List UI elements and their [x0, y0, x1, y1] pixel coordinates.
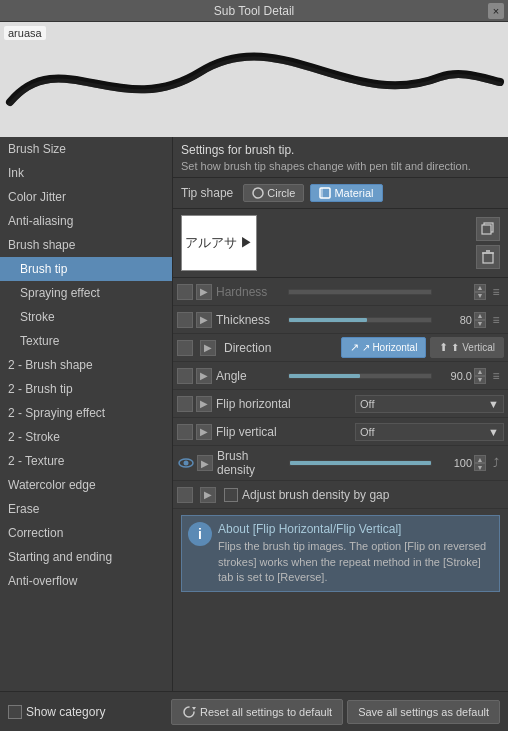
sidebar-item-erase[interactable]: Erase — [0, 497, 172, 521]
title-bar: Sub Tool Detail × — [0, 0, 508, 22]
sidebar-item-2-texture[interactable]: 2 - Texture — [0, 449, 172, 473]
tip-copy-btn[interactable] — [476, 217, 500, 241]
thickness-options-icon[interactable]: ≡ — [488, 312, 504, 328]
sidebar-item-2-spraying-effect[interactable]: 2 - Spraying effect — [0, 401, 172, 425]
tip-image-area: アルアサ ▶ — [173, 209, 508, 278]
sidebar-item-anti-overflow[interactable]: Anti-overflow — [0, 569, 172, 593]
angle-slider[interactable] — [288, 368, 432, 384]
angle-row: ▶ Angle 90.0 ▲ ▼ ≡ — [173, 362, 508, 390]
hardness-spin-up[interactable]: ▲ — [474, 284, 486, 292]
direction-toggle[interactable] — [177, 340, 193, 356]
adjust-density-row: ▶ Adjust brush density by gap — [173, 481, 508, 509]
circle-shape-icon — [252, 187, 264, 199]
flip-v-toggle[interactable] — [177, 424, 193, 440]
sidebar-item-texture[interactable]: Texture — [0, 329, 172, 353]
sidebar-item-brush-shape[interactable]: Brush shape — [0, 233, 172, 257]
bottom-bar: Show category Reset all settings to defa… — [0, 691, 508, 731]
angle-spin-down[interactable]: ▼ — [474, 376, 486, 384]
thickness-row: ▶ Thickness 80 ▲ ▼ ≡ — [173, 306, 508, 334]
sidebar-item-brush-tip[interactable]: Brush tip — [0, 257, 172, 281]
adjust-density-toggle[interactable] — [177, 487, 193, 503]
flip-v-label: Flip vertical — [216, 425, 355, 439]
material-shape-icon — [319, 187, 331, 199]
flip-v-expand[interactable]: ▶ — [196, 424, 212, 440]
sidebar-item-stroke[interactable]: Stroke — [0, 305, 172, 329]
sidebar-item-correction[interactable]: Correction — [0, 521, 172, 545]
delete-icon — [481, 250, 495, 264]
hardness-spin-down[interactable]: ▼ — [474, 292, 486, 300]
settings-header: Settings for brush tip. Set how brush ti… — [173, 137, 508, 178]
window-title: Sub Tool Detail — [214, 4, 295, 18]
angle-options-icon[interactable]: ≡ — [488, 368, 504, 384]
hardness-row: ▶ Hardness ▲ ▼ ≡ — [173, 278, 508, 306]
sidebar-item-color-jitter[interactable]: Color Jitter — [0, 185, 172, 209]
angle-spin-up[interactable]: ▲ — [474, 368, 486, 376]
tip-shape-label: Tip shape — [181, 186, 233, 200]
flip-h-label: Flip horizontal — [216, 397, 355, 411]
show-category-checkbox[interactable] — [8, 705, 22, 719]
direction-horizontal-btn[interactable]: ↗ ↗ Horizontal — [341, 337, 427, 358]
adjust-density-expand[interactable]: ▶ — [200, 487, 216, 503]
angle-expand[interactable]: ▶ — [196, 368, 212, 384]
brush-density-spin-down[interactable]: ▼ — [474, 463, 486, 471]
direction-expand[interactable]: ▶ — [200, 340, 216, 356]
sidebar-item-spraying-effect[interactable]: Spraying effect — [0, 281, 172, 305]
direction-vertical-btn[interactable]: ⬆ ⬆ Vertical — [430, 337, 504, 358]
brush-density-options-icon[interactable]: ⤴ — [488, 455, 504, 471]
info-icon: i — [188, 522, 212, 546]
flip-h-dropdown[interactable]: Off ▼ — [355, 395, 504, 413]
angle-toggle[interactable] — [177, 368, 193, 384]
tip-image[interactable]: アルアサ ▶ — [181, 215, 257, 271]
hardness-expand[interactable]: ▶ — [196, 284, 212, 300]
flip-v-dropdown[interactable]: Off ▼ — [355, 423, 504, 441]
thickness-toggle[interactable] — [177, 312, 193, 328]
reset-button[interactable]: Reset all settings to default — [171, 699, 343, 725]
angle-value: 90.0 — [436, 370, 472, 382]
hardness-slider[interactable] — [288, 284, 432, 300]
tip-delete-btn[interactable] — [476, 245, 500, 269]
hardness-toggle[interactable] — [177, 284, 193, 300]
svg-point-0 — [253, 188, 263, 198]
tip-shape-circle-btn[interactable]: Circle — [243, 184, 304, 202]
save-button[interactable]: Save all settings as default — [347, 700, 500, 724]
sidebar-item-2-stroke[interactable]: 2 - Stroke — [0, 425, 172, 449]
thickness-spin-down[interactable]: ▼ — [474, 320, 486, 328]
svg-point-9 — [184, 461, 189, 466]
info-box: i About [Flip Horizontal/Flip Vertical] … — [181, 515, 500, 592]
close-button[interactable]: × — [488, 3, 504, 19]
sidebar-item-ink[interactable]: Ink — [0, 161, 172, 185]
direction-label: Direction — [224, 341, 337, 355]
brush-density-label: Brush density — [217, 449, 289, 477]
sidebar-item-2-brush-shape[interactable]: 2 - Brush shape — [0, 353, 172, 377]
copy-icon — [481, 222, 495, 236]
flip-h-expand[interactable]: ▶ — [196, 396, 212, 412]
brush-density-expand[interactable]: ▶ — [197, 455, 213, 471]
brush-density-spin-up[interactable]: ▲ — [474, 455, 486, 463]
main-layout: Brush Size Ink Color Jitter Anti-aliasin… — [0, 137, 508, 691]
brush-density-eye[interactable] — [177, 455, 195, 471]
sidebar: Brush Size Ink Color Jitter Anti-aliasin… — [0, 137, 173, 691]
svg-rect-5 — [483, 253, 493, 263]
settings-desc: Set how brush tip shapes change with pen… — [181, 159, 500, 173]
sidebar-item-brush-size[interactable]: Brush Size — [0, 137, 172, 161]
hardness-options-icon[interactable]: ≡ — [488, 284, 504, 300]
thickness-spin-up[interactable]: ▲ — [474, 312, 486, 320]
adjust-density-label: Adjust brush density by gap — [242, 488, 504, 502]
thickness-expand[interactable]: ▶ — [196, 312, 212, 328]
thickness-slider[interactable] — [288, 312, 432, 328]
show-category-label: Show category — [26, 705, 105, 719]
content-area: Settings for brush tip. Set how brush ti… — [173, 137, 508, 691]
svg-rect-1 — [320, 188, 330, 198]
flip-vertical-row: ▶ Flip vertical Off ▼ — [173, 418, 508, 446]
brush-density-slider[interactable] — [289, 455, 432, 471]
sidebar-item-starting-ending[interactable]: Starting and ending — [0, 545, 172, 569]
sidebar-item-2-brush-tip[interactable]: 2 - Brush tip — [0, 377, 172, 401]
preview-label: aruasa — [4, 26, 46, 40]
tip-shape-material-btn[interactable]: Material — [310, 184, 382, 202]
info-body: Flips the brush tip images. The option [… — [218, 539, 493, 585]
show-category-area: Show category — [8, 705, 105, 719]
sidebar-item-watercolor-edge[interactable]: Watercolor edge — [0, 473, 172, 497]
adjust-density-checkbox[interactable] — [224, 488, 238, 502]
sidebar-item-anti-aliasing[interactable]: Anti-aliasing — [0, 209, 172, 233]
flip-h-toggle[interactable] — [177, 396, 193, 412]
